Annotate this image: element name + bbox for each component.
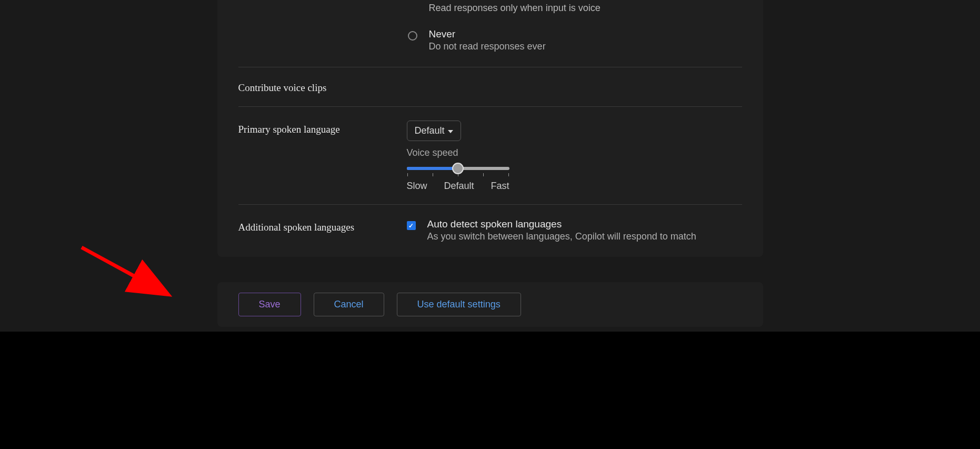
radio-icon[interactable]: [408, 31, 417, 41]
checkmark-icon: ✓: [408, 222, 414, 230]
section-contribute-voice: Contribute voice clips: [238, 67, 742, 106]
primary-language-dropdown[interactable]: Default: [407, 121, 461, 141]
auto-detect-checkbox[interactable]: ✓: [407, 221, 416, 230]
speed-label-default: Default: [444, 181, 474, 192]
option-desc-voice-input: Read responses only when input is voice: [429, 0, 742, 14]
speed-label-fast: Fast: [491, 181, 509, 192]
check-desc-auto-detect: As you switch between languages, Copilot…: [427, 231, 696, 242]
bottom-area: [0, 332, 980, 449]
speed-label-slow: Slow: [407, 181, 427, 192]
radio-option-never[interactable]: Never Do not read responses ever: [408, 28, 742, 52]
radio-desc-never: Do not read responses ever: [429, 41, 546, 52]
save-button[interactable]: Save: [238, 293, 301, 316]
label-additional-languages: Additional spoken languages: [238, 218, 407, 233]
check-label-auto-detect: Auto detect spoken languages: [427, 218, 696, 230]
cancel-button[interactable]: Cancel: [314, 293, 384, 316]
slider-thumb[interactable]: [452, 163, 464, 174]
voice-speed-label: Voice speed: [407, 147, 742, 158]
voice-speed-slider[interactable]: Slow Default Fast: [407, 167, 509, 192]
annotation-arrow: [79, 245, 179, 303]
dropdown-value: Default: [415, 125, 445, 136]
chevron-down-icon: [448, 130, 453, 133]
settings-panel: Read responses only when input is voice …: [217, 0, 763, 257]
svg-line-1: [82, 247, 166, 293]
use-default-settings-button[interactable]: Use default settings: [397, 293, 521, 316]
footer-actions: Save Cancel Use default settings: [217, 282, 763, 327]
radio-label-never: Never: [429, 28, 546, 40]
label-primary-language: Primary spoken language: [238, 121, 407, 135]
